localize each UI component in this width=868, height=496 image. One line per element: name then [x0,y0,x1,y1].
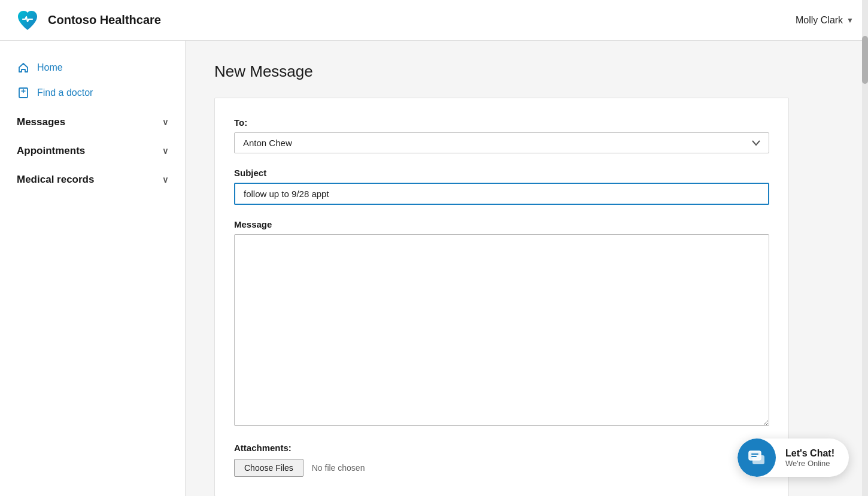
chat-subtitle: We're Online [785,459,834,468]
subject-label: Subject [234,168,769,178]
subject-field-group: Subject [234,168,769,205]
sidebar-section-appointments-label: Appointments [17,145,85,157]
new-message-form: To: Anton Chew Subject Message Attachmen… [214,98,789,496]
sidebar-item-find-doctor-label: Find a doctor [37,87,93,98]
chat-title: Let's Chat! [785,448,834,459]
sidebar-item-home-label: Home [37,62,63,73]
sidebar-item-home[interactable]: Home [0,55,185,80]
attachments-row: Choose Files No file chosen [234,459,769,477]
user-menu[interactable]: Molly Clark ▼ [796,15,854,26]
sidebar-section-appointments-header[interactable]: Appointments ∨ [0,139,185,163]
main-content: New Message To: Anton Chew Subject Messa… [186,41,868,496]
page-scrollbar[interactable] [862,0,868,496]
home-icon [17,61,30,74]
messages-chevron: ∨ [162,117,168,127]
user-menu-chevron: ▼ [846,16,854,25]
page-scrollbar-thumb [862,36,868,84]
subject-input[interactable] [234,183,769,205]
sidebar-section-messages-header[interactable]: Messages ∨ [0,110,185,134]
attachments-section: Attachments: Choose Files No file chosen [234,443,769,477]
chat-icon [747,448,766,467]
sidebar-section-medical-records-label: Medical records [17,174,94,186]
sidebar-item-find-doctor[interactable]: Find a doctor [0,80,185,105]
sidebar-section-medical-records-header[interactable]: Medical records ∨ [0,168,185,192]
sidebar: Home Find a doctor Messages ∨ Appointmen… [0,41,186,496]
chat-widget[interactable]: Let's Chat! We're Online [738,438,849,477]
body-layout: Home Find a doctor Messages ∨ Appointmen… [0,41,868,496]
find-doctor-icon [17,86,30,99]
brand-logo [14,7,41,34]
to-field-group: To: Anton Chew [234,117,769,153]
to-select[interactable]: Anton Chew [234,132,769,153]
message-label: Message [234,219,769,229]
chat-text: Let's Chat! We're Online [776,448,849,468]
sidebar-section-medical-records: Medical records ∨ [0,168,185,192]
no-file-text: No file chosen [312,463,365,473]
choose-files-button[interactable]: Choose Files [234,459,304,477]
brand-name: Contoso Healthcare [48,13,161,27]
user-name: Molly Clark [796,15,843,26]
message-textarea[interactable] [234,234,769,426]
brand: Contoso Healthcare [14,7,161,34]
chat-icon-circle [738,438,776,477]
app-header: Contoso Healthcare Molly Clark ▼ [0,0,868,41]
sidebar-section-messages: Messages ∨ [0,110,185,134]
medical-records-chevron: ∨ [162,175,168,185]
attachments-label: Attachments: [234,443,769,453]
message-field-group: Message [234,219,769,428]
sidebar-section-messages-label: Messages [17,116,65,128]
appointments-chevron: ∨ [162,146,168,156]
sidebar-section-appointments: Appointments ∨ [0,139,185,163]
page-title: New Message [214,62,839,81]
to-label: To: [234,117,769,128]
